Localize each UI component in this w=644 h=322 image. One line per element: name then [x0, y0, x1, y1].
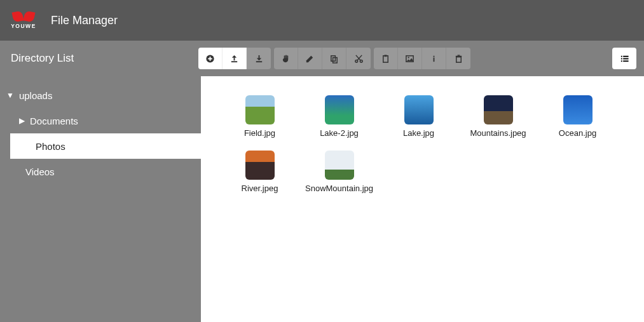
svg-rect-17 — [457, 55, 460, 55]
sidebar-item-documents[interactable]: ▶Documents — [0, 108, 201, 133]
directory-list-title: Directory List — [8, 52, 198, 65]
app-title: File Manager — [51, 14, 118, 27]
file-name: River.jpeg — [242, 184, 278, 193]
sidebar-item-uploads[interactable]: ▼uploads — [0, 83, 201, 108]
tree-item-label: Documents — [30, 116, 78, 126]
file-thumbnail-icon — [325, 95, 354, 124]
download-button[interactable] — [247, 48, 271, 69]
info-icon — [429, 54, 439, 64]
edit-button[interactable] — [298, 48, 322, 69]
file-item[interactable]: River.jpeg — [220, 151, 299, 193]
svg-point-12 — [408, 57, 409, 58]
file-item[interactable]: Lake-2.jpg — [299, 95, 379, 138]
subheader: Directory List — [0, 41, 644, 76]
tree-item-label: uploads — [19, 90, 53, 101]
content-area: Field.jpgLake-2.jpgLake.jpgMountains.jpe… — [201, 76, 644, 322]
tree-item-label: Videos — [25, 166, 55, 177]
svg-rect-16 — [455, 55, 461, 57]
brand-mark-icon — [13, 11, 34, 22]
toolbar-group-action — [374, 48, 470, 69]
sidebar-item-photos[interactable]: Photos — [10, 133, 201, 159]
caret-right-icon: ▶ — [19, 116, 25, 125]
upload-icon — [230, 54, 239, 64]
copy-icon — [329, 54, 339, 64]
file-item[interactable]: Lake.jpg — [379, 95, 458, 138]
paste-button[interactable] — [374, 48, 398, 69]
image-button[interactable] — [398, 48, 422, 69]
caret-down-icon: ▼ — [6, 91, 14, 100]
image-icon — [405, 54, 414, 64]
create-button[interactable] — [198, 48, 223, 69]
cut-button[interactable] — [346, 48, 371, 69]
svg-rect-4 — [256, 61, 261, 62]
scissors-icon — [354, 54, 364, 64]
svg-rect-13 — [434, 57, 435, 62]
file-item[interactable]: Field.jpg — [220, 95, 299, 138]
list-view-button[interactable] — [612, 48, 636, 69]
svg-rect-21 — [623, 58, 628, 59]
file-grid: Field.jpgLake-2.jpgLake.jpgMountains.jpe… — [220, 95, 625, 206]
svg-rect-20 — [620, 58, 622, 59]
toolbar-group-file — [198, 48, 271, 69]
brand-logo: YOUWE — [8, 6, 39, 35]
svg-rect-22 — [620, 60, 622, 62]
main: ▼uploads▶DocumentsPhotosVideos Field.jpg… — [0, 76, 644, 322]
trash-icon — [454, 54, 463, 64]
toolbar-group-edit — [274, 48, 371, 69]
svg-rect-3 — [231, 61, 237, 62]
sidebar: ▼uploads▶DocumentsPhotosVideos — [0, 76, 201, 322]
file-name: Mountains.jpeg — [470, 128, 526, 138]
svg-rect-23 — [623, 60, 628, 62]
list-icon — [620, 54, 629, 64]
select-button[interactable] — [274, 48, 298, 69]
file-thumbnail-icon — [325, 151, 354, 180]
tree-item-label: Photos — [36, 141, 65, 152]
file-name: SnowMountain.jpg — [305, 184, 373, 193]
file-name: Ocean.jpg — [559, 128, 596, 138]
file-name: Lake.jpg — [403, 128, 434, 138]
file-thumbnail-icon — [484, 95, 513, 124]
svg-rect-18 — [620, 55, 622, 57]
upload-button[interactable] — [223, 48, 247, 69]
copy-button[interactable] — [322, 48, 346, 69]
toolbar — [198, 48, 470, 69]
app-header: YOUWE File Manager — [0, 0, 644, 41]
file-item[interactable]: SnowMountain.jpg — [299, 151, 379, 193]
file-name: Lake-2.jpg — [320, 128, 359, 138]
sidebar-item-videos[interactable]: Videos — [0, 159, 201, 184]
file-item[interactable]: Ocean.jpg — [538, 95, 617, 138]
delete-button[interactable] — [446, 48, 470, 69]
file-item[interactable]: Mountains.jpeg — [458, 95, 538, 138]
directory-tree: ▼uploads▶DocumentsPhotosVideos — [0, 83, 201, 184]
svg-rect-9 — [383, 55, 388, 62]
brand-name: YOUWE — [11, 23, 36, 29]
file-thumbnail-icon — [404, 95, 434, 124]
file-thumbnail-icon — [563, 95, 593, 124]
paste-icon — [381, 54, 390, 64]
svg-rect-19 — [623, 55, 628, 57]
file-thumbnail-icon — [245, 151, 275, 180]
plus-circle-icon — [205, 54, 215, 64]
file-thumbnail-icon — [245, 95, 275, 124]
svg-rect-14 — [434, 55, 435, 57]
info-button[interactable] — [422, 48, 446, 69]
svg-rect-10 — [385, 55, 387, 57]
download-icon — [254, 54, 264, 64]
svg-rect-2 — [208, 58, 212, 59]
file-name: Field.jpg — [244, 128, 275, 138]
pencil-icon — [305, 54, 315, 64]
svg-rect-15 — [456, 57, 461, 62]
hand-icon — [281, 54, 291, 64]
